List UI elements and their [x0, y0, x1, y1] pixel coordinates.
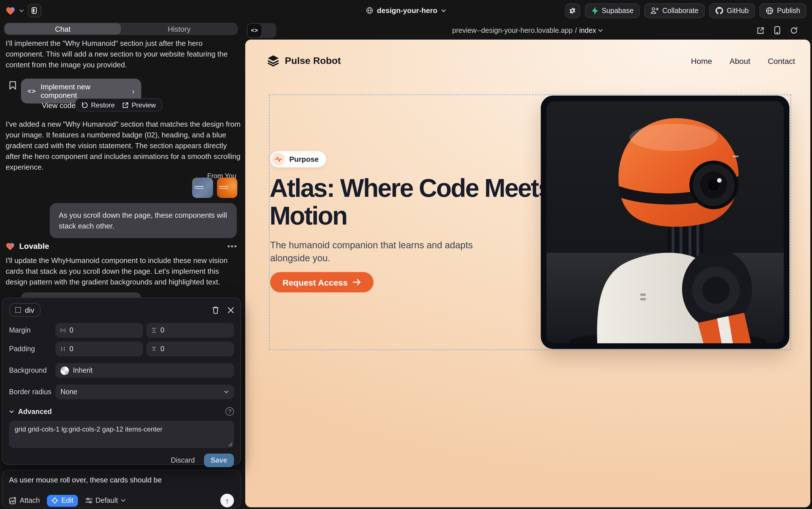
advanced-section-label[interactable]: Advanced: [18, 407, 52, 415]
collaborate-icon: [651, 7, 659, 14]
margin-x-icon: [61, 328, 66, 333]
chat-composer: As user mouse roll over, these cards sho…: [2, 470, 241, 508]
delete-element-button[interactable]: [212, 306, 219, 314]
margin-x-input: [70, 326, 138, 334]
code-icon: <>: [28, 88, 36, 95]
help-icon[interactable]: ?: [225, 407, 234, 416]
code-view-icon[interactable]: <>: [247, 23, 262, 38]
supabase-button[interactable]: Supabase: [585, 3, 640, 18]
mode-label: Default: [96, 497, 118, 505]
supabase-label: Supabase: [602, 6, 634, 14]
margin-y-input: [160, 326, 229, 334]
code-preview-toggle[interactable]: <>: [247, 23, 276, 38]
supabase-icon: [591, 6, 598, 14]
nav-link-home[interactable]: Home: [691, 56, 712, 65]
restore-icon: [81, 102, 88, 108]
url-chevron-icon: [598, 29, 603, 32]
padding-label: Padding: [9, 345, 56, 353]
publish-button[interactable]: Publish: [760, 3, 806, 18]
chat-input[interactable]: As user mouse roll over, these cards sho…: [9, 476, 234, 487]
sliders-icon: [85, 497, 93, 504]
layers-icon: [267, 54, 280, 67]
pulse-icon: [272, 153, 285, 166]
tab-history[interactable]: History: [121, 23, 237, 34]
request-access-button[interactable]: Request Access: [270, 272, 374, 293]
save-button[interactable]: Save: [204, 453, 234, 467]
site-preview-viewport: Pulse Robot Home About Contact Purpose A…: [245, 40, 810, 507]
advanced-chevron-icon: [9, 410, 14, 413]
margin-y-field[interactable]: [146, 323, 234, 338]
chevron-down-icon: [224, 390, 229, 394]
transparency-swatch-icon: [61, 366, 69, 375]
nav-link-contact[interactable]: Contact: [768, 56, 795, 65]
lovable-app-window: design-your-hero Supabase Collaborate Gi…: [0, 0, 812, 509]
collaborate-button[interactable]: Collaborate: [644, 3, 705, 18]
refresh-button[interactable]: [790, 26, 798, 34]
user-message-bubble: As you scroll down the page, these compo…: [50, 203, 237, 238]
padding-y-field[interactable]: [146, 342, 234, 356]
settings-button[interactable]: [565, 3, 580, 18]
url-separator: /: [575, 26, 577, 34]
version-actions: Restore Preview: [75, 98, 162, 111]
lovable-logo-icon[interactable]: [6, 6, 15, 15]
project-switcher[interactable]: design-your-hero: [366, 0, 446, 21]
preview-url[interactable]: preview--design-your-hero.lovable.app / …: [452, 26, 603, 34]
message-menu-icon[interactable]: •••: [227, 241, 237, 250]
chat-panel: Chat History I'll implement the "Why Hum…: [0, 21, 243, 509]
hero-robot-card: [541, 96, 789, 349]
background-field[interactable]: Inherit: [56, 363, 234, 378]
external-link-icon: [122, 102, 129, 108]
edit-label: Edit: [61, 497, 73, 505]
assistant-message-2: I've added a new "Why Humanoid" section …: [6, 119, 241, 172]
attach-button[interactable]: Attach: [9, 497, 40, 505]
resize-handle[interactable]: [228, 442, 232, 446]
github-icon: [715, 6, 723, 14]
restore-button[interactable]: Restore: [81, 101, 115, 109]
padding-x-icon: [61, 346, 66, 352]
advanced-classes-box: grid grid-cols-1 lg:grid-cols-2 gap-12 i…: [9, 421, 234, 448]
workspace-chevron-icon[interactable]: [19, 9, 24, 12]
padding-y-icon: [151, 346, 156, 352]
site-brand-name: Pulse Robot: [285, 55, 341, 66]
publish-label: Publish: [777, 6, 800, 14]
mobile-view-button[interactable]: [774, 26, 780, 34]
bookmark-icon[interactable]: [9, 81, 16, 90]
selected-element-chip[interactable]: div: [9, 303, 40, 317]
padding-y-input: [160, 345, 229, 353]
padding-x-field[interactable]: [56, 342, 143, 356]
purpose-badge-label: Purpose: [289, 155, 319, 164]
assistant-name: Lovable: [19, 241, 49, 250]
project-name: design-your-hero: [377, 6, 437, 15]
toggle-sidebar-button[interactable]: [28, 4, 41, 17]
close-inspector-button[interactable]: [228, 307, 234, 313]
lovable-heart-icon: [6, 242, 15, 250]
attachment-thumbnail-blue[interactable]: [192, 178, 213, 198]
site-brand[interactable]: Pulse Robot: [267, 54, 341, 67]
github-button[interactable]: GitHub: [709, 3, 755, 18]
edit-mode-button[interactable]: Edit: [47, 495, 78, 506]
assistant-message-3: I'll update the WhyHumanoid component to…: [6, 255, 241, 287]
attachment-thumbnail-orange[interactable]: [217, 178, 237, 198]
margin-x-field[interactable]: [56, 323, 143, 338]
mode-chevron-icon: [121, 499, 125, 502]
hero-subheadline: The humanoid companion that learns and a…: [270, 239, 485, 265]
border-radius-label: Border radius: [9, 388, 56, 396]
mode-select[interactable]: Default: [85, 497, 125, 505]
gear-icon: [569, 6, 577, 14]
send-button[interactable]: ↑: [220, 494, 234, 507]
background-value: Inherit: [73, 367, 93, 374]
chat-history-tabs: Chat History: [4, 23, 238, 35]
classes-textarea[interactable]: grid grid-cols-1 lg:grid-cols-2 gap-12 i…: [15, 425, 228, 444]
discard-button[interactable]: Discard: [171, 456, 195, 464]
globe-icon: [366, 7, 373, 14]
open-in-new-tab-button[interactable]: [756, 26, 765, 34]
nav-link-about[interactable]: About: [730, 56, 750, 65]
tab-chat[interactable]: Chat: [4, 23, 121, 34]
preview-button[interactable]: Preview: [122, 101, 156, 109]
github-label: GitHub: [727, 6, 749, 14]
assistant-message-1: I'll implement the "Why Humanoid" sectio…: [6, 38, 241, 70]
border-radius-select[interactable]: None: [56, 384, 234, 399]
attach-label: Attach: [20, 497, 40, 505]
robot-image: [546, 101, 784, 343]
preview-path: index: [579, 26, 596, 34]
